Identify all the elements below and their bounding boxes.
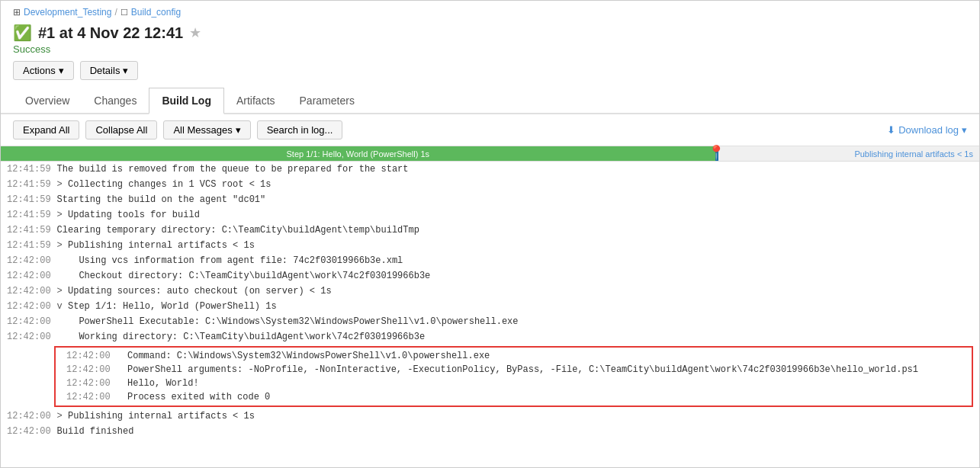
log-line: 12:42:00Build finished: [1, 424, 979, 439]
log-message: Using vcs information from agent file: 7…: [57, 254, 979, 268]
log-message: Build finished: [57, 425, 979, 438]
location-pin-icon: 📍: [708, 144, 725, 161]
success-check-icon: ✅: [13, 24, 32, 42]
log-timestamp: 12:42:00: [60, 390, 117, 404]
log-timestamp: 12:42:00: [60, 363, 117, 377]
log-line: 12:42:00v Step 1/1: Hello, World (PowerS…: [1, 299, 979, 314]
log-message: PowerShell Executable: C:\Windows\System…: [57, 315, 979, 329]
progress-step-label: Step 1/1: Hello, World (PowerShell) 1s: [1, 146, 715, 161]
tab-artifacts[interactable]: Artifacts: [224, 88, 288, 113]
star-icon[interactable]: ★: [189, 24, 201, 41]
log-timestamp: 12:42:00: [1, 425, 57, 438]
log-message: > Publishing internal artifacts < 1s: [57, 409, 979, 423]
log-line: 12:41:59Starting the build on the agent …: [1, 192, 979, 207]
expand-arrow-icon[interactable]: >: [57, 286, 68, 297]
log-timestamp: 12:41:59: [1, 178, 57, 191]
expand-arrow-icon[interactable]: >: [57, 240, 68, 251]
log-message: The build is removed from the queue to b…: [57, 162, 979, 176]
log-message: > Updating sources: auto checkout (on se…: [57, 284, 979, 298]
progress-bar: Step 1/1: Hello, World (PowerShell) 1s 📍…: [1, 146, 979, 162]
all-messages-button[interactable]: All Messages ▾: [163, 120, 250, 139]
details-label: Details: [90, 65, 120, 76]
log-message: PowerShell arguments: -NoProfile, -NonIn…: [117, 363, 967, 377]
expand-all-button[interactable]: Expand All: [13, 120, 79, 139]
all-messages-arrow: ▾: [236, 124, 241, 136]
log-line: 12:42:00 Checkout directory: C:\TeamCity…: [1, 268, 979, 284]
log-timestamp: 12:42:00: [1, 284, 57, 298]
download-log-arrow: ▾: [962, 124, 967, 136]
log-message: Command: C:\Windows\System32\WindowsPowe…: [117, 349, 967, 363]
log-line: 12:42:00> Updating sources: auto checkou…: [1, 284, 979, 299]
log-timestamp: 12:42:00: [1, 315, 57, 329]
log-line: 12:41:59Clearing temporary directory: C:…: [1, 223, 979, 238]
all-messages-label: All Messages: [173, 124, 232, 136]
log-timestamp: 12:42:00: [1, 330, 57, 344]
log-line: 12:41:59The build is removed from the qu…: [1, 162, 979, 177]
download-log-button[interactable]: ⬇ Download log ▾: [887, 124, 967, 136]
tabs-bar: Overview Changes Build Log Artifacts Par…: [1, 88, 979, 114]
log-timestamp: 12:41:59: [1, 208, 57, 222]
log-timestamp: 12:42:00: [60, 377, 117, 390]
log-line: 12:42:00 Hello, World!: [60, 377, 967, 390]
expand-arrow-icon[interactable]: >: [57, 179, 68, 190]
details-button[interactable]: Details ▾: [80, 61, 139, 80]
log-message: Working directory: C:\TeamCity\buildAgen…: [57, 330, 979, 344]
highlighted-log-block: 12:42:00 Command: C:\Windows\System32\Wi…: [54, 346, 973, 407]
log-message: Hello, World!: [117, 377, 967, 390]
log-timestamp: 12:42:00: [60, 349, 117, 363]
page-wrapper: ⊞ Development_Testing / ☐ Build_config ✅…: [0, 0, 980, 468]
log-timestamp: 12:42:00: [1, 254, 57, 268]
log-line: 12:41:59> Collecting changes in 1 VCS ro…: [1, 177, 979, 192]
expand-arrow-icon[interactable]: >: [57, 411, 68, 422]
log-message: Checkout directory: C:\TeamCity\buildAge…: [57, 269, 979, 283]
tab-build-log[interactable]: Build Log: [149, 88, 224, 114]
download-icon: ⬇: [887, 124, 895, 136]
log-toolbar: Expand All Collapse All All Messages ▾ S…: [1, 114, 979, 146]
log-message: v Step 1/1: Hello, World (PowerShell) 1s: [57, 300, 979, 313]
breadcrumb: ⊞ Development_Testing / ☐ Build_config: [1, 1, 979, 21]
log-message: Starting the build on the agent "dc01": [57, 193, 979, 207]
log-content: 12:41:59The build is removed from the qu…: [1, 162, 979, 439]
collapse-arrow-icon[interactable]: v: [57, 301, 68, 312]
actions-label: Actions: [23, 65, 56, 76]
breadcrumb-separator: /: [114, 7, 117, 18]
log-message: Clearing temporary directory: C:\TeamCit…: [57, 223, 979, 237]
log-timestamp: 12:42:00: [1, 409, 57, 423]
log-line: 12:42:00 Command: C:\Windows\System32\Wi…: [60, 349, 967, 363]
progress-end-label: Publishing internal artifacts < 1s: [718, 146, 979, 161]
collapse-all-button[interactable]: Collapse All: [85, 120, 157, 139]
actions-dropdown-arrow: ▾: [59, 65, 64, 76]
log-line: 12:42:00 PowerShell arguments: -NoProfil…: [60, 363, 967, 377]
tab-parameters[interactable]: Parameters: [288, 88, 367, 113]
log-message: > Updating tools for build: [57, 208, 979, 222]
build-title-row: ✅ #1 at 4 Nov 22 12:41 ★: [1, 21, 979, 43]
log-message: Process exited with code 0: [117, 390, 967, 404]
tab-overview[interactable]: Overview: [13, 88, 82, 113]
config-icon: ☐: [120, 8, 128, 18]
grid-icon: ⊞: [13, 7, 21, 18]
build-number: #1 at 4 Nov 22 12:41: [38, 24, 183, 42]
log-line: 12:42:00> Publishing internal artifacts …: [1, 409, 979, 424]
log-line: 12:42:00 Using vcs information from agen…: [1, 253, 979, 268]
log-timestamp: 12:42:00: [1, 300, 57, 313]
expand-arrow-icon[interactable]: >: [57, 210, 68, 220]
tab-changes[interactable]: Changes: [82, 88, 149, 113]
download-log-label: Download log: [898, 124, 959, 136]
log-timestamp: 12:41:59: [1, 162, 57, 176]
log-timestamp: 12:42:00: [1, 269, 57, 283]
progress-marker: 📍: [715, 146, 718, 161]
log-message: > Collecting changes in 1 VCS root < 1s: [57, 178, 979, 191]
log-line: 12:42:00 Working directory: C:\TeamCity\…: [1, 329, 979, 345]
breadcrumb-config[interactable]: Build_config: [131, 7, 181, 18]
step-label-text: Step 1/1: Hello, World (PowerShell) 1s: [287, 149, 430, 159]
breadcrumb-project[interactable]: Development_Testing: [24, 7, 111, 18]
build-status: Success: [1, 43, 979, 61]
action-buttons-bar: Actions ▾ Details ▾: [1, 61, 979, 88]
log-message: > Publishing internal artifacts < 1s: [57, 239, 979, 252]
log-timestamp: 12:41:59: [1, 223, 57, 237]
log-line: 12:42:00 PowerShell Executable: C:\Windo…: [1, 314, 979, 329]
actions-button[interactable]: Actions ▾: [13, 61, 74, 80]
log-timestamp: 12:41:59: [1, 239, 57, 252]
log-line: 12:41:59> Updating tools for build: [1, 207, 979, 223]
search-in-log-button[interactable]: Search in log...: [257, 120, 343, 139]
